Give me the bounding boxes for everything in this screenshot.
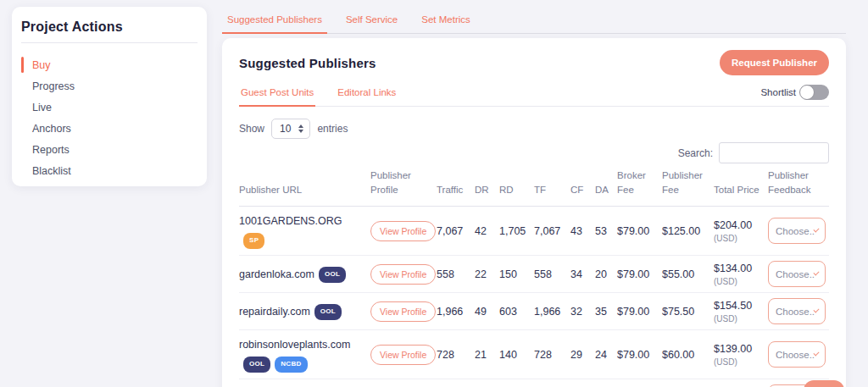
sort-arrows-icon (298, 124, 303, 133)
publishers-table: Publisher URL Publisher Profile Traffic … (239, 165, 829, 387)
da-value: 53 (595, 207, 617, 256)
total-price-cell: $139.00 (USD) (714, 330, 768, 379)
col-publisher-profile: Publisher Profile (370, 165, 437, 207)
cf-value: 40 (570, 379, 595, 387)
sidebar-item-reports[interactable]: Reports (12, 139, 207, 160)
top-tabs: Suggested Publishers Self Service Set Me… (222, 7, 846, 34)
publisher-url-cell: repairdaily.comOOL (239, 293, 370, 330)
page-size-select[interactable]: 10 (271, 119, 310, 139)
broker-fee-value: $79.00 (617, 293, 662, 330)
request-publisher-button[interactable]: Request Publisher (720, 50, 829, 75)
sidebar-item-blacklist[interactable]: Blacklist (12, 160, 207, 181)
dr-value: 21 (475, 330, 499, 379)
da-value: 20 (595, 256, 617, 293)
entries-label: entries (317, 123, 348, 135)
table-body: 1001GARDENS.ORGSP View Profile 7,067 42 … (239, 207, 829, 387)
floating-widget-partial[interactable] (804, 380, 844, 387)
view-profile-button[interactable]: View Profile (370, 264, 436, 285)
badge-wrap: SP (239, 235, 264, 246)
shortlist-label: Shortlist (760, 87, 796, 97)
search-label: Search: (678, 147, 713, 159)
col-publisher-fee: Publisher Fee (662, 165, 714, 207)
dr-value: 49 (475, 293, 499, 330)
publisher-profile-cell: View Profile (370, 379, 437, 387)
publisher-badge: SP (243, 233, 264, 249)
view-profile-button[interactable]: View Profile (370, 345, 436, 365)
total-price-value: $204.00 (714, 218, 765, 234)
tf-value: 7,067 (534, 207, 570, 256)
chevron-down-icon (813, 307, 819, 313)
sidebar-item-progress[interactable]: Progress (12, 75, 207, 97)
feedback-select[interactable]: Choose.. (768, 218, 826, 244)
chevron-down-icon (813, 270, 819, 276)
feedback-select[interactable]: Choose.. (768, 298, 826, 324)
publisher-profile-cell: View Profile (370, 330, 437, 379)
page-title: Suggested Publishers (239, 56, 376, 70)
feedback-select[interactable]: Choose.. (768, 261, 826, 287)
col-traffic: Traffic (437, 165, 475, 207)
sidebar-item-buy[interactable]: Buy (12, 54, 207, 75)
col-cf: CF (570, 165, 595, 207)
table-header-row: Publisher URL Publisher Profile Traffic … (239, 165, 829, 207)
tf-value: 1,966 (534, 293, 570, 330)
da-value: 24 (595, 330, 617, 379)
publisher-badge: NCBD (275, 357, 307, 373)
dr-value: 22 (475, 256, 499, 293)
publisher-fee-value: $60.00 (662, 330, 714, 379)
table-row: app.mykukun.comOOL View Profile 6,704 42… (239, 379, 829, 387)
col-publisher-url: Publisher URL (239, 165, 370, 207)
tab-self-service[interactable]: Self Service (341, 7, 403, 34)
sidebar-item-live[interactable]: Live (12, 97, 207, 118)
col-tf: TF (534, 165, 570, 207)
publisher-feedback-cell: Choose.. (768, 256, 829, 293)
chevron-down-icon (813, 227, 819, 233)
page: { "colors": { "accent": "#f2765f", "butt… (0, 0, 868, 387)
currency-note: (USD) (714, 357, 765, 368)
suggested-publishers-card: Suggested Publishers Request Publisher G… (222, 38, 846, 387)
sidebar-title: Project Actions (12, 7, 207, 42)
col-da: DA (595, 165, 617, 207)
dr-value: 42 (475, 379, 499, 387)
broker-fee-value: $79.00 (617, 207, 662, 256)
cf-value: 34 (570, 256, 595, 293)
da-value: 48 (595, 379, 617, 387)
tab-suggested-publishers[interactable]: Suggested Publishers (222, 7, 327, 34)
col-publisher-feedback: Publisher Feedback (768, 165, 829, 207)
rd-value: 603 (499, 293, 534, 330)
traffic-value: 7,067 (437, 207, 475, 256)
page-size-control: Show 10 entries (239, 119, 829, 139)
publisher-fee-value: $77.00 (662, 379, 714, 387)
table-row: repairdaily.comOOL View Profile 1,966 49… (239, 293, 829, 330)
publisher-fee-value: $55.00 (662, 256, 714, 293)
rd-value: 150 (499, 256, 534, 293)
publisher-feedback-cell: Choose.. (768, 330, 829, 379)
search-input[interactable] (719, 142, 829, 163)
da-value: 35 (595, 293, 617, 330)
shortlist-control: Shortlist (760, 85, 829, 103)
tab-set-metrics[interactable]: Set Metrics (416, 7, 476, 34)
subtab-editoral-links[interactable]: Editoral Links (336, 82, 398, 107)
col-rd: RD (499, 165, 534, 207)
currency-note: (USD) (714, 314, 765, 324)
cf-value: 32 (570, 293, 595, 330)
table-row: 1001GARDENS.ORGSP View Profile 7,067 42 … (239, 207, 829, 256)
publisher-profile-cell: View Profile (370, 293, 437, 330)
rd-value: 143 (499, 379, 534, 387)
rd-value: 140 (499, 330, 534, 379)
publisher-profile-cell: View Profile (370, 207, 437, 256)
total-price-cell: $134.00 (USD) (714, 256, 768, 293)
total-price-cell: $204.00 (USD) (714, 207, 768, 256)
total-price-value: $154.50 (714, 298, 765, 314)
publisher-badge: OOL (319, 267, 346, 283)
toggle-knob-icon (799, 85, 815, 100)
publisher-url: gardenloka.com (239, 268, 314, 280)
view-profile-button[interactable]: View Profile (370, 301, 436, 322)
publisher-url: robinsonloveplants.com (239, 339, 350, 351)
sidebar-item-anchors[interactable]: Anchors (12, 118, 207, 139)
view-profile-button[interactable]: View Profile (370, 221, 436, 241)
chevron-down-icon (813, 351, 819, 357)
feedback-select[interactable]: Choose.. (768, 341, 826, 368)
subtab-guest-post-units[interactable]: Guest Post Units (239, 82, 315, 107)
dr-value: 42 (475, 207, 499, 256)
shortlist-toggle[interactable] (800, 85, 829, 100)
